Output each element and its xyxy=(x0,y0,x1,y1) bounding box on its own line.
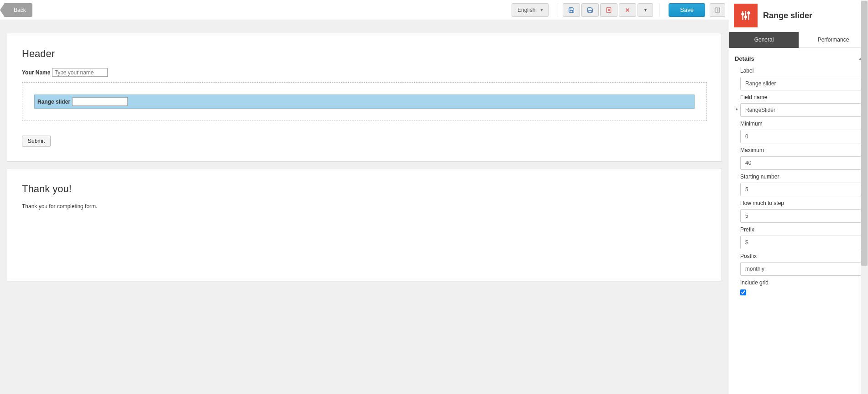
range-slider-input[interactable] xyxy=(72,97,128,106)
svg-rect-5 xyxy=(715,8,720,12)
topbar: Back English ▼ Save xyxy=(0,0,729,20)
more-dropdown[interactable]: ▼ xyxy=(638,3,653,17)
step-input[interactable] xyxy=(740,209,862,223)
divider xyxy=(558,3,558,17)
includegrid-label: Include grid xyxy=(740,279,862,286)
widget-type-icon xyxy=(734,4,758,27)
layout-toggle-button[interactable] xyxy=(710,3,725,17)
prefix-input[interactable] xyxy=(740,236,862,249)
includegrid-checkbox[interactable] xyxy=(740,289,746,295)
fieldname-label: Field name xyxy=(740,94,862,100)
form-header[interactable]: Header xyxy=(22,48,707,60)
back-button[interactable]: Back xyxy=(4,3,32,17)
scrollbar-thumb[interactable] xyxy=(861,1,868,266)
field-dropzone[interactable]: Range slider xyxy=(22,82,707,121)
divider xyxy=(659,3,659,17)
floppy-plus-icon xyxy=(587,7,593,13)
delete-button[interactable] xyxy=(619,3,636,17)
canvas: Header Your Name Range slider Submit Tha… xyxy=(0,20,729,294)
required-asterisk: * xyxy=(736,107,738,114)
language-select[interactable]: English xyxy=(512,3,549,17)
label-label: Label xyxy=(740,68,862,74)
prefix-label: Prefix xyxy=(740,226,862,233)
thankyou-text[interactable]: Thank you for completing form. xyxy=(22,203,707,210)
minimum-label: Minimum xyxy=(740,121,862,127)
thankyou-panel[interactable]: Thank you! Thank you for completing form… xyxy=(7,168,722,281)
svg-point-11 xyxy=(745,16,747,18)
save-as-button[interactable] xyxy=(581,3,599,17)
starting-label: Starting number xyxy=(740,173,862,180)
save-button[interactable]: Save xyxy=(669,3,705,17)
name-field-row[interactable]: Your Name xyxy=(22,68,707,77)
submit-button[interactable]: Submit xyxy=(22,136,51,147)
starting-input[interactable] xyxy=(740,183,862,196)
properties-sidebar: Range slider General Performance Details… xyxy=(729,0,868,394)
range-slider-field[interactable]: Range slider xyxy=(34,95,695,109)
postfix-input[interactable] xyxy=(740,262,862,276)
section-details-label: Details xyxy=(735,55,754,62)
tab-performance[interactable]: Performance xyxy=(799,32,868,48)
maximum-input[interactable] xyxy=(740,156,862,170)
scrollbar-track[interactable] xyxy=(861,0,868,394)
thankyou-title[interactable]: Thank you! xyxy=(22,183,707,195)
sliders-icon xyxy=(740,10,752,21)
step-label: How much to step xyxy=(740,200,862,206)
minimum-input[interactable] xyxy=(740,130,862,143)
postfix-label: Postfix xyxy=(740,253,862,259)
name-label: Your Name xyxy=(22,69,50,76)
x-icon xyxy=(624,7,631,13)
sidebar-tabs: General Performance xyxy=(729,32,868,48)
panel-icon xyxy=(714,7,721,13)
maximum-label: Maximum xyxy=(740,147,862,153)
delete-x-button[interactable] xyxy=(600,3,617,17)
language-label: English xyxy=(518,7,535,13)
svg-point-12 xyxy=(748,12,749,14)
name-input[interactable] xyxy=(52,68,108,77)
delete-file-icon xyxy=(606,7,612,13)
widget-title: Range slider xyxy=(763,11,812,21)
svg-point-10 xyxy=(742,13,743,15)
floppy-icon xyxy=(568,7,575,13)
range-slider-label: Range slider xyxy=(37,99,70,105)
form-panel[interactable]: Header Your Name Range slider Submit xyxy=(7,33,722,162)
label-input[interactable] xyxy=(740,77,862,90)
save-draft-button[interactable] xyxy=(563,3,580,17)
tab-general[interactable]: General xyxy=(729,32,799,48)
section-details-header[interactable]: Details ▲ xyxy=(729,48,868,65)
fieldname-input[interactable] xyxy=(740,103,862,117)
